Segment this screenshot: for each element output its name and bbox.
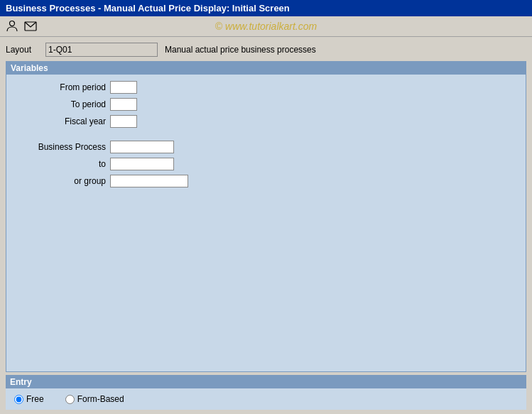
window-title: Business Processes - Manual Actual Price…	[6, 3, 290, 13]
mail-icon[interactable]	[23, 18, 38, 34]
svg-point-0	[10, 21, 15, 26]
watermark: © www.tutorialkart.com	[215, 21, 317, 32]
form-based-radio[interactable]	[65, 395, 75, 404]
title-bar: Business Processes - Manual Actual Price…	[0, 0, 532, 16]
free-label[interactable]: Free	[26, 394, 44, 404]
layout-label: Layout	[6, 45, 41, 55]
business-process-input[interactable]	[110, 141, 174, 153]
from-period-label: From period	[13, 82, 106, 92]
entry-section: Entry Free Form-Based	[6, 375, 526, 410]
fiscal-year-label: Fiscal year	[13, 116, 106, 126]
person-icon[interactable]	[4, 18, 20, 34]
layout-input[interactable]	[45, 43, 158, 57]
form-based-radio-group: Form-Based	[65, 394, 124, 404]
content-area: Layout Manual actual price business proc…	[0, 37, 532, 414]
free-radio-group: Free	[14, 394, 44, 404]
layout-row: Layout Manual actual price business proc…	[6, 41, 526, 58]
from-period-row: From period	[13, 80, 519, 94]
from-period-input[interactable]	[110, 81, 137, 94]
business-process-row: Business Process	[13, 140, 519, 154]
business-process-to-label: to	[13, 159, 106, 169]
business-process-to-row: to	[13, 157, 519, 171]
to-period-row: To period	[13, 97, 519, 111]
toolbar: © www.tutorialkart.com	[0, 16, 532, 37]
to-period-label: To period	[13, 99, 106, 109]
fiscal-year-input[interactable]	[110, 115, 137, 128]
entry-header: Entry	[6, 376, 526, 388]
to-period-input[interactable]	[110, 98, 137, 111]
variables-header: Variables	[6, 62, 526, 75]
variables-box: Variables From period To period Fiscal y…	[6, 61, 526, 372]
fiscal-year-row: Fiscal year	[13, 114, 519, 129]
or-group-row: or group	[13, 174, 519, 188]
free-radio[interactable]	[14, 395, 23, 404]
business-process-label: Business Process	[13, 142, 106, 152]
or-group-input[interactable]	[110, 175, 188, 187]
form-based-label[interactable]: Form-Based	[77, 394, 124, 404]
variables-content: From period To period Fiscal year Busine…	[6, 75, 526, 194]
layout-description: Manual actual price business processes	[165, 45, 316, 55]
or-group-label: or group	[13, 176, 106, 186]
entry-row: Free Form-Based	[11, 391, 521, 407]
main-window: Business Processes - Manual Actual Price…	[0, 0, 532, 414]
business-process-to-input[interactable]	[110, 158, 174, 170]
